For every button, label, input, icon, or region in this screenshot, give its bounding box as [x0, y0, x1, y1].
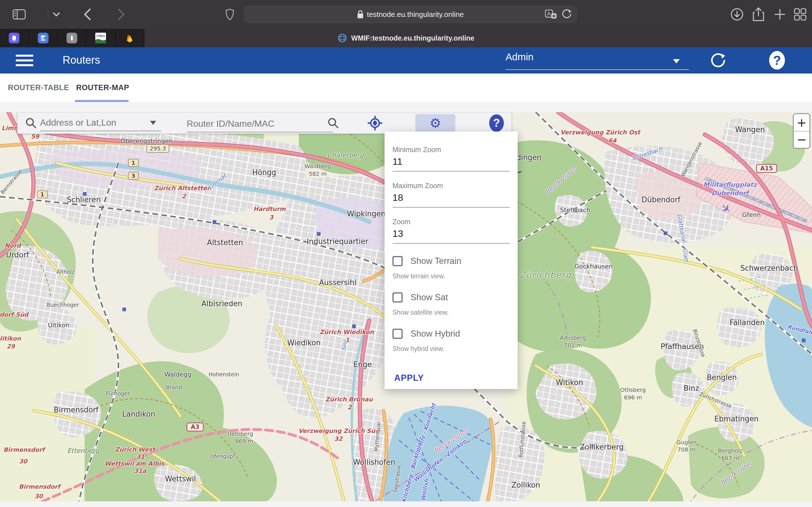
router-search-input[interactable]: [187, 119, 316, 129]
checkbox-label: Show Hybrid: [410, 329, 460, 339]
locate-icon[interactable]: [367, 115, 383, 131]
svg-text:A: A: [547, 11, 551, 17]
share-icon[interactable]: [751, 0, 766, 29]
zoom-field[interactable]: Zoom 13: [393, 218, 510, 244]
gear-icon: ⚙: [429, 117, 441, 129]
max-zoom-field[interactable]: Maximum Zoom 18: [393, 182, 510, 208]
new-tab-icon[interactable]: [772, 0, 788, 29]
browser-chrome: testnode.eu.thingularity.online A✱: [0, 0, 812, 29]
show-terrain-checkbox[interactable]: [393, 256, 403, 266]
field-label: Minimum Zoom: [393, 146, 510, 154]
url-text: testnode.eu.thingularity.online: [367, 10, 464, 19]
page-bottom-strip: [0, 501, 812, 507]
show-terrain-row: Show Terrain: [393, 256, 510, 266]
download-icon[interactable]: [729, 0, 745, 29]
active-tab-indicator: [75, 100, 129, 102]
address-input[interactable]: [40, 117, 147, 128]
checkbox-description: Show hybrid view.: [393, 345, 510, 353]
tab-title-text: WMIF:testnode.eu.thingularity.online: [351, 34, 474, 42]
forward-icon[interactable]: [113, 0, 130, 29]
field-label: Zoom: [393, 218, 510, 226]
tab-router-map[interactable]: ROUTER-MAP: [76, 73, 129, 102]
sidebar-icon[interactable]: [11, 0, 27, 29]
search-icon[interactable]: [327, 117, 339, 129]
chevron-down-icon[interactable]: [51, 0, 62, 29]
tab-bar: WMIF:testnode.eu.thingularity.online USD…: [0, 29, 812, 47]
bookmark-usda[interactable]: USDA: [87, 29, 115, 47]
bookmark-firebase[interactable]: [116, 29, 144, 47]
field-value[interactable]: 11: [393, 156, 510, 172]
bookmark-pill[interactable]: [58, 29, 87, 47]
svg-text:USDA: USDA: [96, 34, 105, 38]
show-hybrid-checkbox[interactable]: [393, 329, 403, 339]
bookmark-docs[interactable]: [29, 29, 57, 47]
field-label: Maximum Zoom: [393, 182, 510, 190]
divider: [48, 10, 49, 19]
svg-text:✱: ✱: [552, 14, 556, 18]
globe-icon: [338, 33, 347, 43]
url-bar[interactable]: testnode.eu.thingularity.online A✱: [244, 6, 577, 23]
shield-icon[interactable]: [223, 0, 237, 29]
checkbox-label: Show Terrain: [410, 256, 461, 266]
zoom-control: + −: [793, 113, 810, 149]
show-sat-checkbox[interactable]: [393, 292, 403, 302]
lock-icon: [357, 10, 363, 18]
bookmark-cloud[interactable]: [0, 29, 29, 47]
map-settings-panel: Minimum Zoom 11 Maximum Zoom 18 Zoom 13 …: [385, 131, 518, 389]
pinned-bookmarks: USDA: [0, 29, 144, 47]
divider: [794, 131, 809, 131]
min-zoom-field[interactable]: Minimum Zoom 11: [393, 146, 510, 172]
field-value[interactable]: 18: [393, 192, 510, 208]
app-header: Routers Admin ?: [0, 47, 812, 73]
help-icon[interactable]: ?: [769, 51, 785, 69]
zoom-in-button[interactable]: +: [794, 114, 809, 131]
map-toolbar: ⚙ ?: [17, 112, 512, 134]
show-sat-row: Show Sat: [393, 292, 510, 302]
router-search-field[interactable]: [187, 112, 336, 133]
field-value[interactable]: 13: [393, 228, 510, 244]
checkbox-description: Show terrain view.: [393, 272, 510, 280]
address-select[interactable]: [40, 112, 164, 133]
user-dropdown-value: Admin: [506, 51, 534, 62]
caret-down-icon: [150, 121, 156, 125]
apply-button[interactable]: APPLY: [394, 373, 424, 383]
caret-down-icon: [673, 59, 680, 63]
tab-router-table[interactable]: ROUTER-TABLE: [8, 73, 69, 102]
back-icon[interactable]: [79, 0, 96, 29]
page-title: Routers: [63, 54, 100, 66]
checkbox-label: Show Sat: [410, 292, 448, 302]
map-help-button[interactable]: ?: [489, 114, 504, 132]
refresh-icon[interactable]: [711, 52, 726, 69]
field-underline: [187, 132, 333, 132]
search-icon: [26, 117, 37, 129]
map-settings-button[interactable]: ⚙: [415, 114, 455, 132]
dropdown-underline: [506, 69, 689, 70]
view-tabs: ROUTER-TABLE ROUTER-MAP: [0, 73, 812, 102]
tab-overview-icon[interactable]: [792, 0, 808, 29]
menu-icon[interactable]: [16, 55, 33, 66]
map-canvas[interactable]: ✈: [0, 112, 812, 501]
show-hybrid-row: Show Hybrid: [393, 329, 510, 339]
zoom-out-button[interactable]: −: [794, 131, 809, 148]
checkbox-description: Show satellite view.: [393, 309, 510, 316]
user-dropdown[interactable]: Admin: [506, 51, 689, 70]
translate-icon[interactable]: A✱: [545, 10, 557, 19]
reload-icon[interactable]: [561, 9, 571, 20]
field-underline: [40, 131, 161, 131]
